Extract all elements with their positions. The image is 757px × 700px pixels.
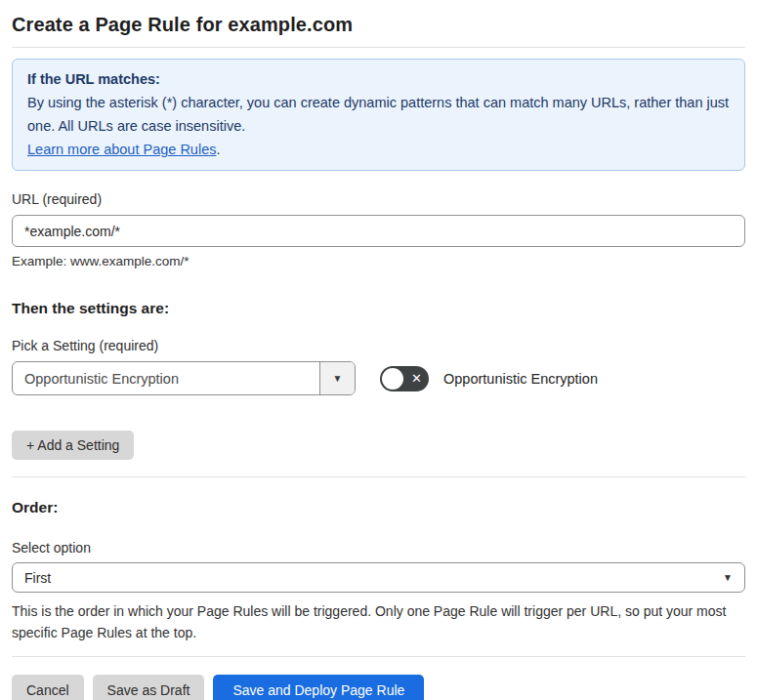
page-rule-form: Create a Page Rule for example.com If th… (0, 0, 757, 700)
setting-dropdown-value: Opportunistic Encryption (13, 362, 319, 394)
order-select-label: Select option (12, 540, 745, 556)
actions-divider (12, 656, 745, 657)
toggle-label: Opportunistic Encryption (443, 371, 598, 387)
toggle-off-x-icon: ✕ (411, 372, 422, 385)
dropdown-arrow-cell: ▼ (319, 362, 355, 394)
url-example-helper: Example: www.example.com/* (12, 254, 745, 268)
chevron-down-icon: ▼ (333, 373, 343, 384)
page-title: Create a Page Rule for example.com (12, 12, 745, 48)
info-box-link-line: Learn more about Page Rules. (27, 138, 730, 161)
order-helper-text: This is the order in which your Page Rul… (12, 600, 745, 643)
info-box-body: By using the asterisk (*) character, you… (27, 91, 730, 138)
setting-dropdown[interactable]: Opportunistic Encryption ▼ (12, 361, 356, 395)
order-section-heading: Order: (12, 499, 745, 516)
setting-picker-row: Opportunistic Encryption ▼ ✕ Opportunist… (12, 361, 745, 395)
url-input[interactable] (12, 215, 745, 247)
select-caret-icon: ▼ (723, 572, 733, 583)
add-setting-button[interactable]: + Add a Setting (12, 431, 134, 460)
settings-section-heading: Then the settings are: (12, 300, 745, 317)
url-match-info-box: If the URL matches: By using the asteris… (12, 59, 745, 171)
learn-more-link[interactable]: Learn more about Page Rules (27, 142, 216, 157)
save-deploy-button[interactable]: Save and Deploy Page Rule (213, 675, 424, 700)
info-box-heading: If the URL matches: (27, 67, 730, 91)
opportunistic-encryption-toggle[interactable]: ✕ (380, 366, 429, 391)
save-draft-button[interactable]: Save as Draft (93, 675, 205, 700)
cancel-button[interactable]: Cancel (12, 675, 84, 700)
actions-row: Cancel Save as Draft Save and Deploy Pag… (12, 675, 745, 700)
order-select-value: First (24, 570, 51, 586)
section-divider (12, 476, 745, 477)
pick-setting-label: Pick a Setting (required) (12, 338, 745, 353)
url-field-label: URL (required) (12, 191, 745, 207)
order-select[interactable]: First ▼ (12, 562, 745, 593)
link-suffix: . (216, 142, 220, 157)
toggle-knob (382, 368, 403, 390)
